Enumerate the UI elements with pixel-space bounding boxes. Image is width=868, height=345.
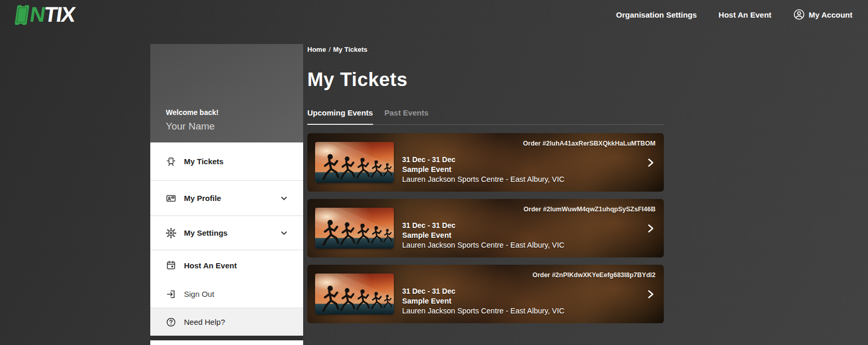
user-name: Your Name xyxy=(166,121,288,132)
event-name: Sample Event xyxy=(402,296,564,306)
calendar-icon xyxy=(166,260,176,270)
sidebar-item-my-profile-label: My Profile xyxy=(184,194,221,203)
sidebar-item-my-tickets[interactable]: My Tickets xyxy=(150,142,303,181)
user-circle-icon xyxy=(793,9,805,20)
tab-past-events[interactable]: Past Events xyxy=(385,108,429,124)
chevron-right-icon xyxy=(646,223,656,234)
event-thumbnail xyxy=(315,142,394,183)
ticket-card[interactable]: Order #2luhA41axRerSBXQkkHaLuMTBOM 31 De… xyxy=(307,133,664,192)
welcome-greeting: Welcome back! xyxy=(166,108,288,117)
logo-letters-tix: TIX xyxy=(42,3,76,26)
ticket-card[interactable]: Order #2lumWuwM4qwZ1uhqpSySZsFI46B 31 De… xyxy=(307,199,664,257)
ticket-card[interactable]: Order #2nPlKdwXKYeEefg683I8p7BYdl2 31 De… xyxy=(307,265,664,323)
sidebar-item-host-an-event[interactable]: Host An Event xyxy=(150,250,303,280)
sidebar-item-my-profile[interactable]: My Profile xyxy=(150,181,303,216)
breadcrumb-home-link[interactable]: Home xyxy=(307,46,326,53)
event-venue: Lauren Jackson Sports Centre - East Albu… xyxy=(402,306,564,316)
nav-my-account-label: My Account xyxy=(809,10,852,19)
sidebar-item-need-help-label: Need Help? xyxy=(184,318,225,326)
intix-logo[interactable]: NTIX xyxy=(14,4,76,25)
ticket-list: Order #2luhA41axRerSBXQkkHaLuMTBOM 31 De… xyxy=(307,133,664,323)
tabs: Upcoming Events Past Events xyxy=(307,108,664,125)
ticket-icon xyxy=(166,156,176,167)
sidebar-item-sign-out[interactable]: Sign Out xyxy=(150,280,303,308)
chevron-down-icon xyxy=(279,194,289,203)
help-circle-icon xyxy=(166,317,176,327)
sidebar-item-my-tickets-label: My Tickets xyxy=(184,157,223,166)
top-nav: Organisation Settings Host An Event My A… xyxy=(616,9,852,20)
main-content: Home/My Tickets My Tickets Upcoming Even… xyxy=(307,44,664,330)
event-dates: 31 Dec - 31 Dec xyxy=(402,221,564,231)
nav-host-an-event-label: Host An Event xyxy=(719,10,772,19)
gear-icon xyxy=(166,228,176,238)
event-dates: 31 Dec - 31 Dec xyxy=(402,155,564,165)
page-title: My Tickets xyxy=(307,69,664,91)
breadcrumb-separator: / xyxy=(329,46,331,53)
ticket-details: 31 Dec - 31 Dec Sample Event Lauren Jack… xyxy=(402,155,564,184)
order-number: Order #2nPlKdwXKYeEefg683I8p7BYdl2 xyxy=(532,271,656,279)
chevron-right-icon xyxy=(646,157,656,168)
chevron-down-icon xyxy=(279,228,289,238)
tab-upcoming-events[interactable]: Upcoming Events xyxy=(307,108,373,125)
order-number: Order #2luhA41axRerSBXQkkHaLuMTBOM xyxy=(523,140,656,147)
sidebar: Welcome back! Your Name My Tickets xyxy=(150,44,303,345)
sidebar-item-my-settings[interactable]: My Settings xyxy=(150,216,303,250)
id-card-icon xyxy=(166,193,176,204)
nav-host-an-event[interactable]: Host An Event xyxy=(719,10,772,19)
nav-organisation-settings-label: Organisation Settings xyxy=(616,10,697,19)
order-number: Order #2lumWuwM4qwZ1uhqpSySZsFI46B xyxy=(523,206,656,213)
event-thumbnail xyxy=(315,208,394,249)
sidebar-item-host-an-event-label: Host An Event xyxy=(184,261,237,270)
breadcrumb: Home/My Tickets xyxy=(307,46,664,53)
ticket-logo-icon xyxy=(14,4,30,25)
event-name: Sample Event xyxy=(402,231,564,240)
ticket-details: 31 Dec - 31 Dec Sample Event Lauren Jack… xyxy=(402,286,564,316)
nav-organisation-settings[interactable]: Organisation Settings xyxy=(616,10,697,19)
event-thumbnail xyxy=(315,274,394,314)
page: NTIX Organisation Settings Host An Event… xyxy=(0,0,868,345)
breadcrumb-current: My Tickets xyxy=(333,46,367,53)
sidebar-item-my-settings-label: My Settings xyxy=(184,228,227,237)
event-name: Sample Event xyxy=(402,165,564,175)
event-venue: Lauren Jackson Sports Centre - East Albu… xyxy=(402,240,564,250)
ticket-details: 31 Dec - 31 Dec Sample Event Lauren Jack… xyxy=(402,221,564,250)
event-venue: Lauren Jackson Sports Centre - East Albu… xyxy=(402,175,564,184)
sign-out-icon xyxy=(166,289,176,299)
chevron-right-icon xyxy=(646,289,656,299)
nav-my-account[interactable]: My Account xyxy=(793,9,852,20)
sidebar-bottom-section xyxy=(150,336,303,340)
sidebar-item-sign-out-label: Sign Out xyxy=(184,290,214,298)
sidebar-menu: My Tickets My Profile xyxy=(150,142,303,345)
sidebar-item-need-help[interactable]: Need Help? xyxy=(150,308,303,336)
event-dates: 31 Dec - 31 Dec xyxy=(402,286,564,296)
welcome-panel: Welcome back! Your Name xyxy=(150,44,303,142)
logo-wordmark: NTIX xyxy=(29,4,76,25)
top-header: NTIX Organisation Settings Host An Event… xyxy=(0,0,868,29)
